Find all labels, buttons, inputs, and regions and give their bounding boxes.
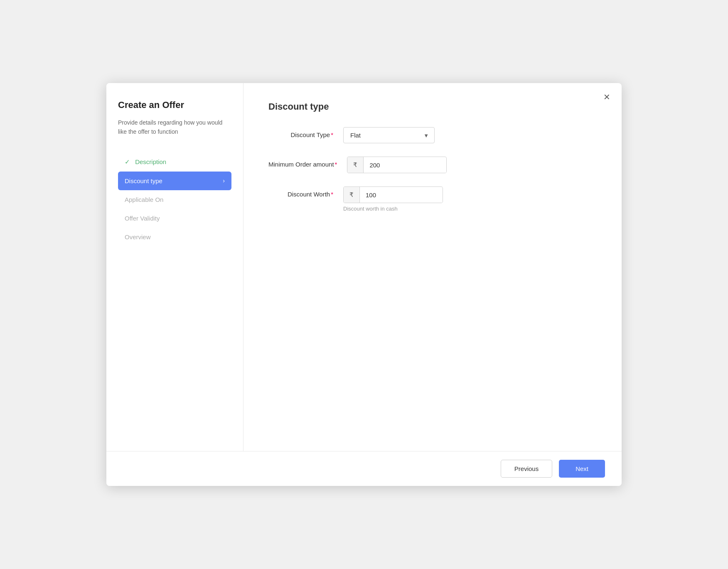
create-offer-modal: × Create an Offer Provide details regard…: [106, 83, 622, 486]
close-button[interactable]: ×: [604, 91, 610, 102]
discount-type-label: Discount Type*: [268, 127, 343, 138]
sidebar-item-label: Discount type: [125, 177, 162, 184]
sidebar-nav: ✓ Description Discount type › Applicable…: [118, 152, 231, 246]
sidebar-title: Create an Offer: [118, 100, 231, 110]
discount-worth-input-wrapper: ₹: [343, 186, 443, 203]
sidebar-item-label: ✓ Description: [125, 158, 166, 166]
discount-type-form: Discount Type* Flat Percentage ▼: [268, 127, 597, 451]
modal-footer: Previous Next: [106, 451, 622, 486]
required-star: *: [331, 191, 333, 198]
sidebar-item-applicable-on[interactable]: Applicable On: [118, 190, 231, 209]
minimum-order-input[interactable]: [364, 157, 447, 173]
discount-worth-input[interactable]: [360, 187, 443, 203]
discount-worth-control: ₹ Discount worth in cash: [343, 186, 443, 212]
rupee-prefix-icon: ₹: [347, 157, 364, 173]
sidebar: Create an Offer Provide details regardin…: [106, 83, 243, 451]
check-icon: ✓: [125, 158, 130, 165]
sidebar-item-overview[interactable]: Overview: [118, 228, 231, 246]
rupee-prefix-icon: ₹: [344, 187, 360, 203]
section-title: Discount type: [268, 101, 597, 112]
discount-worth-hint: Discount worth in cash: [343, 206, 443, 212]
discount-type-group: Discount Type* Flat Percentage ▼: [268, 127, 597, 143]
discount-type-select[interactable]: Flat Percentage: [343, 127, 435, 143]
minimum-order-group: Minimum Order amount* ₹: [268, 157, 597, 173]
sidebar-item-offer-validity[interactable]: Offer Validity: [118, 209, 231, 228]
previous-button[interactable]: Previous: [501, 460, 552, 478]
sidebar-description: Provide details regarding how you would …: [118, 118, 231, 137]
discount-type-control: Flat Percentage ▼: [343, 127, 435, 143]
sidebar-item-discount-type[interactable]: Discount type ›: [118, 172, 231, 190]
discount-type-select-wrapper: Flat Percentage ▼: [343, 127, 435, 143]
required-star: *: [335, 161, 337, 168]
sidebar-item-label: Offer Validity: [125, 215, 160, 222]
required-star: *: [331, 131, 333, 138]
sidebar-item-label: Overview: [125, 233, 151, 240]
minimum-order-control: ₹: [347, 157, 447, 173]
discount-worth-group: Discount Worth* ₹ Discount worth in cash: [268, 186, 597, 212]
main-content: Discount type Discount Type* Flat Percen…: [243, 83, 622, 451]
minimum-order-label: Minimum Order amount*: [268, 157, 347, 168]
minimum-order-input-wrapper: ₹: [347, 157, 447, 173]
next-button[interactable]: Next: [559, 460, 605, 478]
modal-body: Create an Offer Provide details regardin…: [106, 83, 622, 451]
sidebar-item-label: Applicable On: [125, 196, 163, 203]
discount-worth-label: Discount Worth*: [268, 186, 343, 198]
sidebar-item-description[interactable]: ✓ Description: [118, 152, 231, 172]
chevron-right-icon: ›: [223, 177, 225, 184]
